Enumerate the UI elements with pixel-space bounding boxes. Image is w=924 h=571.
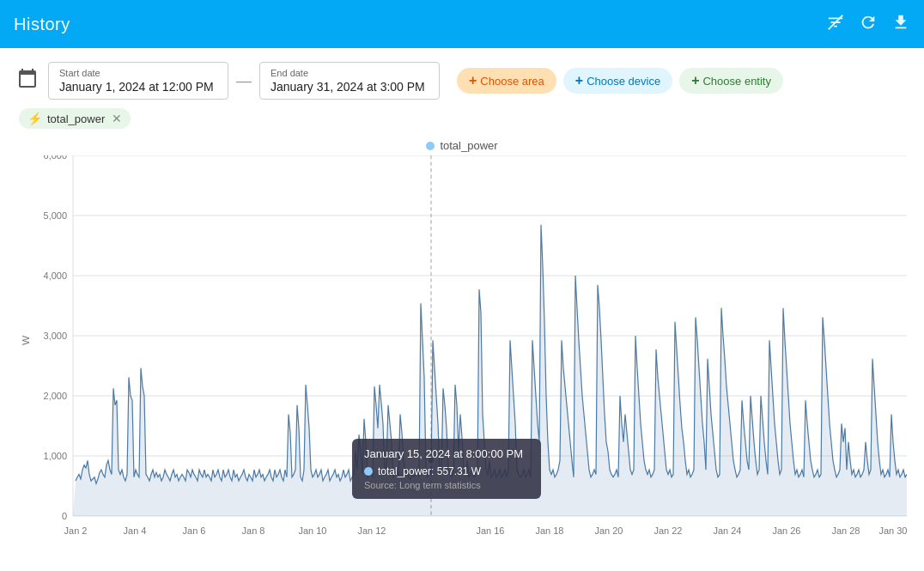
svg-text:Jan 6: Jan 6 (183, 525, 206, 536)
svg-text:5,000: 5,000 (44, 210, 67, 221)
svg-text:Jan 18: Jan 18 (536, 525, 564, 536)
date-separator: — (235, 72, 252, 90)
svg-text:2,000: 2,000 (44, 391, 67, 401)
start-date-value: January 1, 2024 at 12:00 PM (59, 80, 217, 94)
svg-text:Jan 24: Jan 24 (714, 525, 743, 536)
download-icon[interactable] (891, 13, 910, 36)
area-plus-icon: + (469, 73, 477, 88)
main-content: Start date January 1, 2024 at 12:00 PM —… (0, 48, 924, 571)
chart-svg: .grid-line { stroke: #e0e0e0; stroke-wid… (17, 155, 907, 553)
page-title: History (14, 15, 70, 34)
svg-text:1,000: 1,000 (44, 451, 67, 461)
tag-name: total_power (47, 112, 105, 125)
svg-text:6,000: 6,000 (44, 155, 67, 161)
svg-text:Jan 28: Jan 28 (832, 525, 860, 536)
svg-text:Jan 30: Jan 30 (879, 525, 907, 536)
svg-line-0 (829, 15, 843, 29)
choose-device-button[interactable]: + Choose device (563, 68, 672, 94)
calendar-icon[interactable] (17, 68, 38, 94)
svg-text:W: W (21, 336, 31, 345)
end-date-label: End date (271, 68, 429, 78)
svg-text:Jan 20: Jan 20 (595, 525, 623, 536)
area-button-label: Choose area (480, 75, 544, 88)
choose-area-button[interactable]: + Choose area (457, 68, 556, 94)
lightning-icon: ⚡ (27, 112, 42, 125)
tag-row: ⚡ total_power ✕ (17, 108, 907, 129)
start-date-label: Start date (59, 68, 217, 78)
svg-text:Jan 10: Jan 10 (299, 525, 327, 536)
svg-point-32 (428, 457, 435, 465)
entity-button-label: Choose entity (702, 75, 771, 88)
entity-plus-icon: + (691, 73, 699, 88)
app-container: History Start date January 1, 2024 a (0, 0, 924, 571)
tag-close-button[interactable]: ✕ (112, 112, 122, 125)
choose-entity-button[interactable]: + Choose entity (679, 68, 783, 94)
entity-tag: ⚡ total_power ✕ (19, 108, 131, 129)
end-date-field[interactable]: End date January 31, 2024 at 3:00 PM (259, 62, 440, 100)
controls-row: Start date January 1, 2024 at 12:00 PM —… (17, 62, 907, 100)
legend-label: total_power (440, 139, 497, 152)
svg-text:Jan 12: Jan 12 (358, 525, 386, 536)
chart-wrapper: .grid-line { stroke: #e0e0e0; stroke-wid… (17, 155, 907, 553)
refresh-icon[interactable] (859, 13, 878, 36)
date-range-container: Start date January 1, 2024 at 12:00 PM —… (17, 62, 440, 100)
svg-text:0: 0 (62, 511, 67, 521)
svg-text:Jan 2: Jan 2 (64, 525, 88, 536)
svg-text:3,000: 3,000 (44, 331, 67, 341)
svg-text:Jan 4: Jan 4 (124, 525, 147, 536)
device-plus-icon: + (575, 73, 583, 88)
svg-text:4,000: 4,000 (44, 270, 67, 281)
filter-clear-icon[interactable] (826, 13, 845, 36)
start-date-field[interactable]: Start date January 1, 2024 at 12:00 PM (48, 62, 228, 100)
svg-text:Jan 16: Jan 16 (477, 525, 505, 536)
chart-legend: total_power (17, 139, 907, 152)
end-date-value: January 31, 2024 at 3:00 PM (271, 80, 429, 94)
svg-text:Jan 26: Jan 26 (773, 525, 801, 536)
filter-buttons: + Choose area + Choose device + Choose e… (457, 68, 783, 94)
header-actions (826, 13, 910, 36)
svg-text:Jan 22: Jan 22 (654, 525, 683, 536)
device-button-label: Choose device (587, 75, 660, 88)
legend-dot (426, 142, 435, 150)
header: History (0, 0, 924, 48)
chart-container: total_power .grid-line { stroke: #e0e0e0… (17, 139, 907, 557)
svg-text:Jan 8: Jan 8 (242, 525, 265, 536)
